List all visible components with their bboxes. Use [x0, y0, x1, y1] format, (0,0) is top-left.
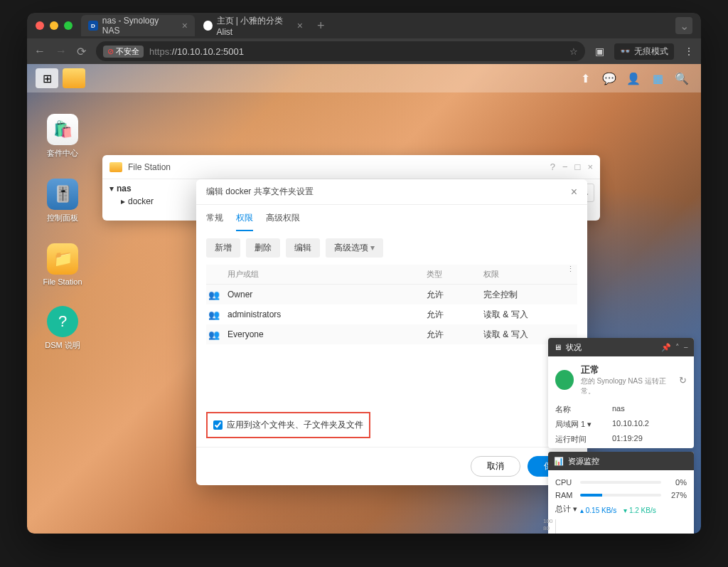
modal-tabs: 常规 权限 高级权限	[196, 205, 587, 231]
maximize-icon[interactable]	[64, 21, 73, 30]
notifications-icon[interactable]: 💬	[599, 68, 620, 88]
col-perm[interactable]: 权限	[478, 265, 563, 284]
close-icon[interactable]	[36, 21, 44, 30]
apply-to-subfolders-checkbox[interactable]: 应用到这个文件夹、子文件夹及文件	[206, 412, 370, 438]
tree-item-docker[interactable]: ▸ docker	[109, 196, 194, 206]
table-row[interactable]: 👥administrators允许读取 & 写入	[206, 304, 577, 324]
user-icon: 👥	[206, 290, 222, 300]
new-button[interactable]: 新增	[206, 238, 240, 258]
reload-button[interactable]: ⟳	[77, 45, 86, 58]
chevron-up-icon[interactable]: ˄	[675, 343, 680, 352]
maximize-icon[interactable]: □	[575, 161, 581, 172]
desktop-icons: 🛍️套件中心 🎚️控制面板 📁File Station ?DSM 说明	[40, 114, 85, 351]
cpu-bar	[580, 481, 661, 484]
permissions-table: 用户或组 类型 权限 ⋮ 👥Owner允许完全控制 👥administrator…	[206, 265, 577, 344]
menu-icon[interactable]: ⋮	[684, 46, 694, 57]
tab-nas[interactable]: D nas - Synology NAS ×	[81, 15, 195, 36]
close-icon[interactable]: ×	[587, 161, 593, 172]
table-row[interactable]: 👥Owner允许完全控制	[206, 285, 577, 304]
table-row[interactable]: 👥Everyone允许读取 & 写入	[206, 324, 577, 344]
advanced-options-button[interactable]: 高级选项	[326, 238, 383, 258]
col-user[interactable]: 用户或组	[206, 265, 421, 284]
dsm-desktop: ⊞ ⬆ 💬 👤 ▦ 🔍 🛍️套件中心 🎚️控制面板 📁File Station …	[27, 64, 701, 534]
col-menu-icon[interactable]: ⋮	[563, 265, 577, 284]
ram-bar	[580, 494, 661, 497]
network-chart: 100 80 60 40 20	[555, 519, 687, 534]
col-type[interactable]: 类型	[421, 265, 478, 284]
status-text: 正常	[581, 364, 672, 376]
url-field[interactable]: ⊘不安全 https://10.10.10.2:5001 ☆	[96, 41, 585, 61]
titlebar: D nas - Synology NAS × 主页 | 小雅的分类 Alist …	[27, 13, 701, 38]
upload-rate: ▴ 0.15 KB/s	[580, 507, 616, 514]
tab-label: nas - Synology NAS	[102, 16, 178, 36]
minimize-icon[interactable]: −	[684, 343, 688, 352]
incognito-badge[interactable]: 👓 无痕模式	[614, 43, 674, 60]
browser-window: D nas - Synology NAS × 主页 | 小雅的分类 Alist …	[27, 13, 701, 534]
modal-title: 编辑 docker 共享文件夹设置	[206, 186, 314, 198]
folder-tree: ▾ nas ▸ docker	[102, 179, 202, 221]
tab-close-icon[interactable]: ×	[182, 20, 188, 31]
url-text: https://10.10.10.2:5001	[149, 46, 244, 57]
download-rate: ▾ 1.2 KB/s	[623, 507, 656, 514]
new-tab-button[interactable]: +	[311, 18, 331, 33]
user-icon: 👥	[206, 329, 222, 340]
status-sub: 您的 Synology NAS 运转正常。	[581, 376, 672, 396]
back-button[interactable]: ←	[34, 45, 46, 58]
traffic-lights	[36, 21, 73, 30]
tab-general[interactable]: 常规	[206, 212, 223, 231]
edit-button[interactable]: 编辑	[286, 238, 320, 258]
desktop-icon-control-panel[interactable]: 🎚️控制面板	[40, 179, 85, 223]
modal-header[interactable]: 编辑 docker 共享文件夹设置 ×	[196, 179, 587, 205]
tab-favicon-icon	[203, 21, 213, 31]
tab-favicon-icon: D	[88, 21, 98, 31]
checkbox-input[interactable]	[213, 420, 223, 430]
widget-header[interactable]: 🖥 状况📌˄−	[548, 338, 694, 356]
forward-button[interactable]: →	[55, 45, 67, 58]
tab-label: 主页 | 小雅的分类 Alist	[217, 15, 293, 37]
file-station-header[interactable]: File Station ? − □ ×	[102, 155, 600, 179]
widgets-icon[interactable]: ▦	[647, 68, 668, 88]
panel-icon[interactable]: ▣	[595, 46, 604, 57]
dsm-topbar: ⊞ ⬆ 💬 👤 ▦ 🔍	[27, 64, 701, 92]
modal-toolbar: 新增 删除 编辑 高级选项	[196, 231, 587, 265]
tab-alist[interactable]: 主页 | 小雅的分类 Alist ×	[196, 15, 310, 36]
apply-checkbox-row: 应用到这个文件夹、子文件夹及文件	[196, 403, 587, 447]
modal-footer: 取消 保存	[196, 447, 587, 485]
system-health-widget: 🖥 状况📌˄− 正常 您的 Synology NAS 运转正常。 ↻ 名称nas…	[548, 338, 694, 448]
minimize-icon[interactable]: −	[562, 161, 568, 172]
tab-close-icon[interactable]: ×	[297, 20, 303, 31]
widget-header[interactable]: 📊 资源监控	[548, 452, 694, 470]
status-indicator-icon	[555, 370, 574, 390]
url-bar: ← → ⟳ ⊘不安全 https://10.10.10.2:5001 ☆ ▣ 👓…	[27, 38, 701, 64]
user-icon: 👥	[206, 309, 222, 320]
edit-shared-folder-modal: 编辑 docker 共享文件夹设置 × 常规 权限 高级权限 新增 删除 编辑 …	[196, 179, 587, 485]
pin-icon[interactable]: 📌	[661, 343, 671, 352]
cancel-button[interactable]: 取消	[471, 456, 520, 477]
refresh-icon[interactable]: ↻	[679, 375, 687, 386]
delete-button[interactable]: 删除	[246, 238, 280, 258]
browser-tabs: D nas - Synology NAS × 主页 | 小雅的分类 Alist …	[81, 13, 692, 38]
desktop-icon-dsm-help[interactable]: ?DSM 说明	[40, 306, 85, 351]
security-badge[interactable]: ⊘不安全	[103, 46, 144, 58]
user-icon[interactable]: 👤	[623, 68, 644, 88]
expand-tabs-icon[interactable]: ⌄	[675, 17, 692, 34]
desktop-icon-package-center[interactable]: 🛍️套件中心	[40, 114, 85, 159]
tab-permissions[interactable]: 权限	[236, 212, 253, 231]
search-icon[interactable]: 🔍	[671, 68, 692, 88]
desktop-icon-file-station[interactable]: 📁File Station	[40, 243, 85, 286]
tab-advanced-permissions[interactable]: 高级权限	[266, 212, 300, 231]
close-icon[interactable]: ×	[571, 186, 577, 198]
folder-icon	[109, 162, 122, 172]
help-icon[interactable]: ?	[550, 161, 555, 172]
resource-monitor-widget: 📊 资源监控 CPU0% RAM27% 总计 ▾▴ 0.15 KB/s▾ 1.2…	[548, 452, 694, 534]
main-menu-icon[interactable]: ⊞	[36, 68, 58, 88]
window-title: File Station	[128, 162, 171, 172]
tree-root[interactable]: ▾ nas	[109, 184, 194, 194]
upload-icon[interactable]: ⬆	[574, 68, 596, 88]
bookmark-icon[interactable]: ☆	[569, 46, 578, 57]
minimize-icon[interactable]	[50, 21, 58, 30]
file-station-shortcut-icon[interactable]	[63, 68, 85, 88]
